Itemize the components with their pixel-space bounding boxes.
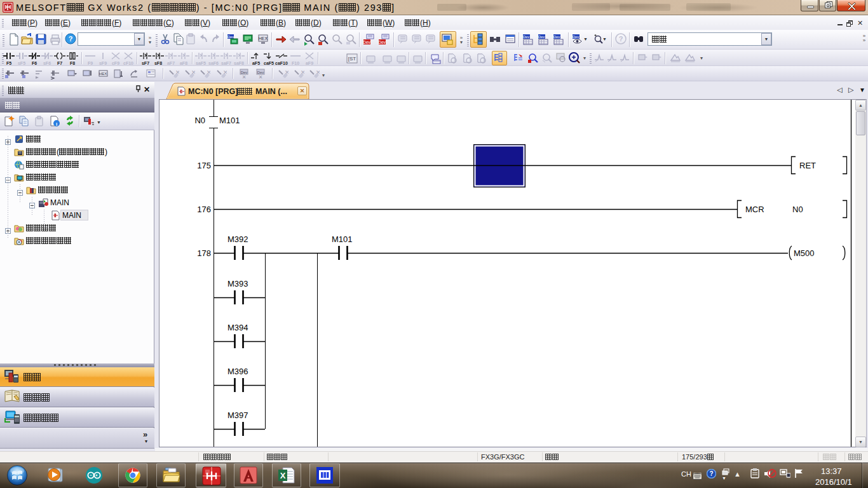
- svg-text:178: 178: [197, 248, 211, 258]
- svg-text:?: ?: [69, 35, 73, 43]
- svg-text:✕: ✕: [301, 69, 304, 76]
- svg-text:Dev: Dev: [378, 40, 386, 44]
- svg-text:?: ?: [619, 35, 623, 43]
- svg-text:✕: ✕: [175, 69, 179, 76]
- svg-text:[ST: [ST: [348, 56, 356, 62]
- svg-text:M394: M394: [227, 323, 248, 332]
- svg-text:M397: M397: [227, 410, 248, 420]
- svg-text:Dev: Dev: [363, 40, 370, 44]
- svg-text:M396: M396: [227, 367, 248, 376]
- svg-text:N0: N0: [792, 205, 803, 214]
- svg-text:✕: ✕: [316, 69, 320, 76]
- svg-text:N0: N0: [194, 116, 205, 125]
- svg-text:✕: ✕: [242, 74, 247, 79]
- svg-text:M101: M101: [219, 116, 240, 125]
- svg-text:✕: ✕: [285, 69, 288, 76]
- svg-text:176: 176: [197, 205, 211, 214]
- svg-text:HEX: HEX: [259, 36, 268, 41]
- svg-text:175: 175: [197, 161, 211, 170]
- svg-text:Dev: Dev: [523, 35, 530, 39]
- svg-text:Dev: Dev: [227, 35, 234, 39]
- svg-text:✕: ✕: [191, 69, 195, 76]
- svg-text:X: X: [280, 471, 286, 480]
- svg-text:i: i: [56, 121, 57, 127]
- svg-text:Dev: Dev: [553, 35, 560, 39]
- svg-text:M500: M500: [794, 248, 815, 258]
- svg-text:M393: M393: [227, 279, 248, 288]
- svg-text:M101: M101: [332, 234, 353, 244]
- svg-text:HEX: HEX: [99, 72, 107, 76]
- svg-text:✕: ✕: [207, 69, 210, 76]
- svg-text:?: ?: [709, 470, 713, 477]
- svg-text:✕: ✕: [259, 74, 263, 79]
- svg-text:Dev: Dev: [538, 35, 545, 39]
- svg-text:M392: M392: [227, 234, 248, 244]
- svg-text:RET: RET: [799, 161, 816, 170]
- svg-text:Dev: Dev: [573, 35, 580, 39]
- svg-text:MCR: MCR: [745, 205, 764, 214]
- svg-text:✕: ✕: [223, 69, 227, 76]
